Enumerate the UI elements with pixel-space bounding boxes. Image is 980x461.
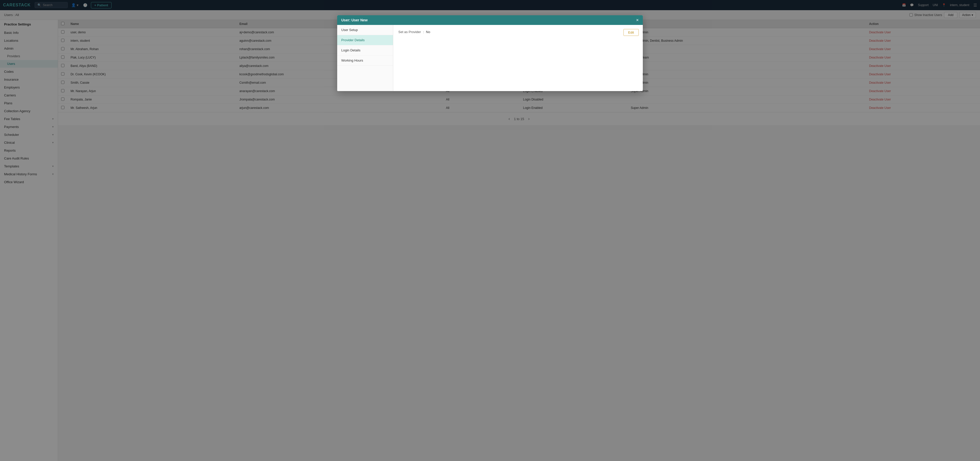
modal-close-button[interactable]: ×: [636, 18, 639, 22]
modal-sidebar: User Setup Provider Details Login Detail…: [337, 25, 393, 91]
modal-nav-login-details[interactable]: Login Details: [337, 45, 393, 55]
modal-body: User Setup Provider Details Login Detail…: [337, 25, 643, 91]
modal-edit-button[interactable]: Edit: [624, 29, 639, 36]
modal-nav-user-setup[interactable]: User Setup: [337, 25, 393, 35]
user-modal: User: User New × User Setup Provider Det…: [337, 15, 643, 91]
modal-field-set-as-provider: Set as Provider : No: [398, 30, 638, 34]
modal-header: User: User New ×: [337, 15, 643, 25]
modal-title: User: User New: [341, 18, 368, 22]
modal-content: Set as Provider : No Edit: [393, 25, 643, 91]
modal-overlay: User: User New × User Setup Provider Det…: [0, 0, 980, 461]
modal-field-value: No: [426, 30, 430, 34]
modal-nav-working-hours[interactable]: Working Hours: [337, 55, 393, 66]
modal-nav-provider-details[interactable]: Provider Details: [337, 35, 393, 45]
